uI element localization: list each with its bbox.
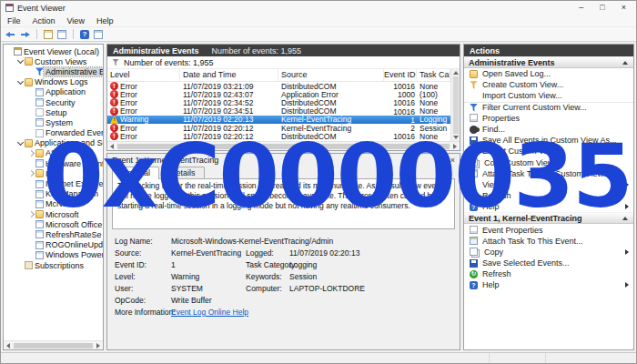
tree-item-setup[interactable]: Setup — [4, 107, 103, 117]
tree-item-rogonlineupda[interactable]: ROGOnlineUpda — [4, 240, 103, 250]
action-help[interactable]: Help — [464, 201, 633, 212]
scroll-right-icon[interactable] — [95, 342, 102, 349]
panel-icon[interactable] — [94, 30, 103, 39]
action-attach-task-to-this-event[interactable]: Attach Task To This Event... — [464, 236, 633, 247]
back-icon[interactable] — [5, 30, 15, 39]
status-cell — [545, 353, 636, 363]
tree-item-asus[interactable]: ASUS — [4, 148, 103, 158]
menu-file[interactable]: File — [7, 16, 21, 25]
tree-item-subscriptions[interactable]: Subscriptions — [4, 260, 103, 270]
field-label: Task Category: — [246, 260, 289, 269]
action-attach-task-to-this-custom-view[interactable]: Attach Task To This Custom View... — [464, 168, 633, 179]
tree-item-custom-views[interactable]: Custom Views — [4, 56, 103, 66]
scroll-thumb[interactable] — [117, 144, 450, 149]
tree-item-administrative-events[interactable]: Administrative Events — [4, 66, 103, 76]
folder-icon — [35, 210, 44, 218]
expander-spacer — [28, 231, 35, 238]
collapse-icon[interactable] — [622, 61, 628, 65]
online-help-link[interactable]: Event Log Online Help — [171, 308, 455, 317]
scroll-up-icon[interactable] — [452, 70, 460, 76]
tree-item-hardware-events[interactable]: Hardware Events — [4, 158, 103, 168]
scroll-thumb[interactable] — [14, 343, 93, 349]
action-save-all-events-in-custom-view-as[interactable]: Save All Events in Custom View As... — [464, 135, 633, 146]
scroll-left-icon[interactable] — [108, 143, 116, 150]
collapsed-chevron-icon[interactable] — [28, 150, 35, 157]
expanded-chevron-icon[interactable] — [17, 79, 24, 86]
tree-horizontal-scrollbar[interactable] — [4, 340, 103, 349]
action-export-custom-view[interactable]: Export Custom View... — [464, 146, 633, 157]
tree-item-microsoft[interactable]: Microsoft — [4, 209, 103, 219]
action-properties[interactable]: Properties — [464, 113, 633, 124]
tree-item-forwarded-events[interactable]: Forwarded Events — [4, 128, 103, 138]
actions-section-event-1-kernel-eventtracing[interactable]: Event 1, Kernel-EventTracing — [464, 212, 633, 224]
action-help[interactable]: Help — [464, 279, 633, 290]
tree-item-windows-powershell[interactable]: Windows PowerShell — [4, 250, 103, 260]
minimize-button[interactable]: – — [579, 2, 583, 14]
maximize-button[interactable]: □ — [600, 2, 604, 14]
event-description: The backing file for the real-time sessi… — [112, 178, 455, 229]
action-find[interactable]: Find... — [464, 124, 633, 135]
tab-details[interactable]: Details — [161, 167, 205, 178]
scroll-left-icon[interactable] — [5, 342, 12, 349]
tree-item-security[interactable]: Security — [4, 97, 103, 107]
collapse-icon[interactable] — [622, 217, 628, 220]
list-horizontal-scrollbar[interactable] — [107, 141, 460, 150]
menu-view[interactable]: View — [67, 16, 85, 25]
tree-item-key-managem[interactable]: Key Managem — [4, 189, 103, 199]
event-viewer-window: Event Viewer – □ × FileActionViewHelp Ev… — [0, 0, 637, 364]
action-create-custom-view[interactable]: Create Custom View... — [464, 79, 633, 90]
expanded-chevron-icon[interactable] — [17, 140, 24, 147]
col-header-source[interactable]: Source — [278, 69, 384, 81]
thelp-icon[interactable] — [80, 30, 89, 39]
collapsed-chevron-icon[interactable] — [28, 211, 35, 217]
actions-section-administrative-events[interactable]: Administrative Events — [464, 56, 633, 68]
menu-help[interactable]: Help — [96, 16, 114, 25]
col-header-event-id[interactable]: Event ID — [384, 69, 417, 81]
event-viewer-icon — [14, 47, 22, 56]
col-header-task-category[interactable]: Task Category — [417, 69, 450, 81]
window-icon[interactable] — [57, 30, 66, 39]
list-vertical-scrollbar[interactable] — [450, 69, 460, 141]
tree-item-internet-explorer[interactable]: Internet Explorer — [4, 178, 103, 188]
tree-item-label: Microsoft — [44, 210, 81, 219]
forward-icon[interactable] — [20, 30, 30, 39]
col-header-level[interactable]: Level — [107, 69, 180, 81]
event-row-distributedcom-10016[interactable]: Error11/07/2019 02:20:12DistributedCOM10… — [107, 132, 450, 140]
tree-item-windows-logs[interactable]: Windows Logs — [4, 77, 103, 87]
expanded-chevron-icon[interactable] — [17, 58, 24, 65]
scroll-thumb[interactable] — [453, 76, 459, 134]
action-import-custom-view[interactable]: Import Custom View... — [464, 90, 633, 101]
action-event-properties[interactable]: Event Properties — [464, 224, 633, 235]
field-value: Write Buffer — [171, 296, 455, 305]
custom-views-folder-icon — [25, 57, 33, 66]
tree-item-refreshratese[interactable]: RefreshRateSe — [4, 229, 103, 239]
tree-item-intel[interactable]: Intel — [4, 168, 103, 178]
action-view[interactable]: View — [464, 179, 633, 190]
action-refresh[interactable]: Refresh — [464, 190, 633, 201]
tree-item-event-viewer-local[interactable]: Event Viewer (Local) — [4, 46, 103, 56]
show-tree-icon[interactable] — [44, 30, 53, 39]
scroll-down-icon[interactable] — [452, 135, 460, 140]
tree-item-system[interactable]: System — [4, 117, 103, 127]
tree-item-mcneel[interactable]: McNeel — [4, 199, 103, 209]
scroll-right-icon[interactable] — [451, 143, 459, 150]
action-copy-custom-view[interactable]: Copy Custom View... — [464, 157, 633, 168]
tab-general[interactable]: General — [112, 167, 159, 179]
action-save-selected-events[interactable]: Save Selected Events... — [464, 258, 633, 268]
tree-item-application[interactable]: Application — [4, 87, 103, 97]
close-button[interactable]: × — [622, 2, 626, 14]
tree-item-microsoft-office-alerts[interactable]: Microsoft Office Alerts — [4, 219, 103, 229]
action-filter-current-custom-view[interactable]: Filter Current Custom View... — [464, 102, 633, 113]
action-refresh[interactable]: Refresh — [464, 268, 633, 279]
toolbar — [1, 26, 636, 42]
console-tree-pane: Event Viewer (Local)Custom ViewsAdminist… — [3, 44, 104, 350]
field-value: SYSTEM — [171, 284, 246, 293]
col-header-date-time[interactable]: Date and Time — [180, 69, 278, 81]
log-icon — [35, 180, 44, 188]
action-copy[interactable]: Copy — [464, 247, 633, 258]
tree-item-applications-and-services-lo[interactable]: Applications and Services Lo — [4, 138, 103, 148]
preview-close-icon[interactable]: × — [450, 156, 455, 165]
action-open-saved-log[interactable]: Open Saved Log... — [464, 68, 633, 79]
collapsed-chevron-icon[interactable] — [28, 170, 35, 177]
menu-action[interactable]: Action — [33, 16, 56, 25]
